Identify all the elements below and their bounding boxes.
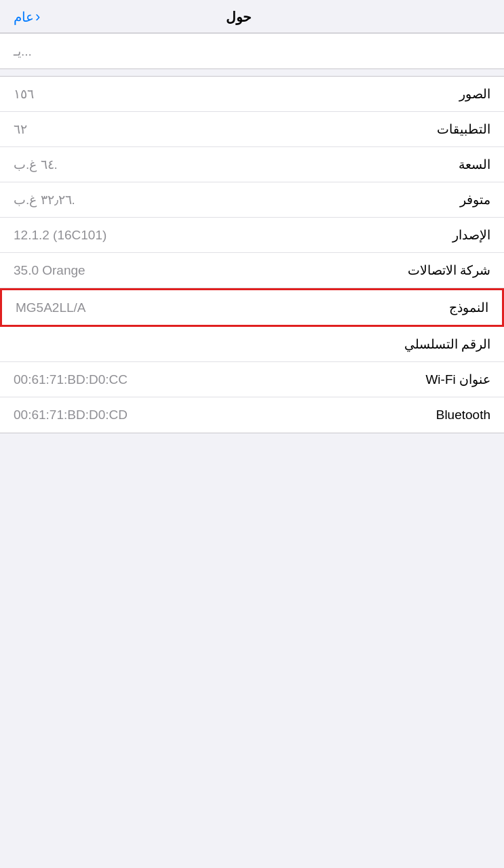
- list-item-version: الإصدار 12.1.2 (16C101): [0, 218, 504, 253]
- bluetooth-label: Bluetooth: [436, 408, 490, 422]
- bluetooth-value: 00:61:71:BD:D0:CD: [14, 408, 128, 422]
- spacer-1: [0, 69, 504, 76]
- available-value: ٣٢٫٢٦ غ.ب.: [14, 192, 75, 208]
- version-value: 12.1.2 (16C101): [14, 228, 106, 243]
- photos-value: ١٥٦: [14, 86, 34, 102]
- carrier-value: 35.0 Orange: [14, 263, 85, 278]
- list-item-available: متوفر ٣٢٫٢٦ غ.ب.: [0, 182, 504, 218]
- list-item-capacity: السعة ٦٤ غ.ب.: [0, 147, 504, 182]
- available-label: متوفر: [460, 192, 490, 208]
- serial-label: الرقم التسلسلي: [404, 336, 490, 352]
- list-item-photos: الصور ١٥٦: [0, 77, 504, 112]
- nav-bar: حول عام ›: [0, 0, 504, 33]
- list-item-serial: الرقم التسلسلي: [0, 327, 504, 362]
- chevron-right-icon: ›: [35, 8, 40, 26]
- model-value: MG5A2LL/A: [16, 300, 86, 315]
- partial-value: يـ...: [14, 43, 32, 59]
- nav-back-label: عام: [14, 9, 34, 25]
- page-title: حول: [226, 9, 251, 25]
- capacity-label: السعة: [459, 157, 490, 172]
- list-item-wifi: عنوان Wi-Fi 00:61:71:BD:D0:CC: [0, 362, 504, 397]
- carrier-label: شركة الاتصالات: [408, 262, 490, 278]
- version-label: الإصدار: [452, 227, 490, 243]
- wifi-label: عنوان Wi-Fi: [425, 372, 490, 387]
- photos-label: الصور: [459, 86, 490, 102]
- partial-row: يـ...: [0, 33, 504, 68]
- model-label: النموذج: [449, 300, 488, 315]
- capacity-value: ٦٤ غ.ب.: [14, 157, 58, 172]
- list-item-bluetooth: Bluetooth 00:61:71:BD:D0:CD: [0, 397, 504, 433]
- apps-label: التطبيقات: [437, 121, 490, 137]
- back-button[interactable]: عام ›: [14, 8, 40, 26]
- apps-value: ٦٢: [14, 121, 27, 137]
- list-item-apps: التطبيقات ٦٢: [0, 112, 504, 147]
- list-item-model: النموذج MG5A2LL/A: [0, 288, 504, 327]
- top-partial-section: يـ...: [0, 33, 504, 69]
- settings-group-main: الصور ١٥٦ التطبيقات ٦٢ السعة ٦٤ غ.ب. متو…: [0, 76, 504, 433]
- wifi-value: 00:61:71:BD:D0:CC: [14, 372, 128, 387]
- list-item-carrier: شركة الاتصالات 35.0 Orange: [0, 253, 504, 288]
